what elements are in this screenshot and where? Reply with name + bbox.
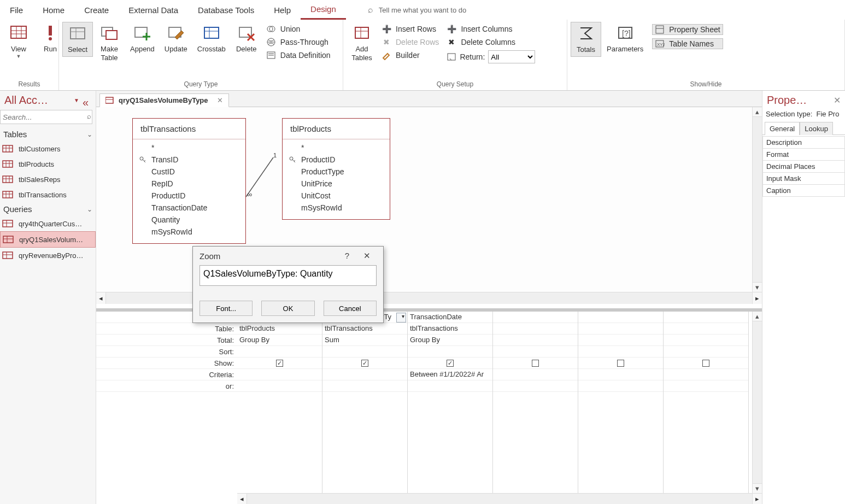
grid-cell-or[interactable] — [493, 380, 578, 392]
nav-pane-title[interactable]: All Acc… — [4, 94, 48, 107]
close-icon[interactable]: ✕ — [357, 251, 377, 261]
table-field[interactable]: CustID — [138, 166, 240, 178]
builder-button[interactable]: Builder — [382, 50, 439, 60]
nav-item[interactable]: qryRevenueByPro… — [0, 248, 96, 263]
grid-cell-total[interactable] — [578, 335, 663, 346]
prop-tab-lookup[interactable]: Lookup — [800, 122, 833, 135]
checkbox[interactable]: ✓ — [361, 360, 368, 367]
totals-button[interactable]: Totals — [571, 22, 601, 57]
table-field[interactable]: Quantity — [138, 214, 240, 226]
vertical-scrollbar[interactable]: ▴ ▾ — [752, 107, 762, 292]
nav-search-input[interactable] — [0, 110, 92, 124]
nav-item[interactable]: qryQ1SalesVolum… — [0, 231, 96, 248]
tab-file[interactable]: File — [0, 1, 33, 19]
checkbox[interactable]: ✓ — [276, 360, 283, 367]
scroll-left-icon[interactable]: ◂ — [96, 292, 106, 304]
ok-button[interactable]: OK — [261, 301, 314, 316]
property-row[interactable]: Decimal Places — [762, 161, 845, 173]
grid-cell-field[interactable] — [493, 312, 578, 323]
grid-cell-or[interactable] — [322, 380, 407, 392]
tab-design[interactable]: Design — [301, 0, 346, 20]
grid-cell-or[interactable] — [408, 380, 492, 392]
grid-cell-total[interactable]: Group By — [237, 335, 322, 346]
checkbox[interactable] — [617, 360, 624, 367]
table-field[interactable]: * — [288, 142, 384, 154]
grid-cell-total[interactable] — [664, 335, 748, 346]
grid-column[interactable] — [578, 312, 664, 493]
help-icon[interactable]: ? — [337, 251, 357, 261]
scroll-up-icon[interactable]: ▴ — [753, 107, 762, 117]
grid-cell-field[interactable] — [664, 312, 748, 323]
tab-home[interactable]: Home — [33, 1, 74, 19]
nav-item[interactable]: tblCustomers — [0, 141, 96, 156]
crosstab-button[interactable]: Crosstab — [193, 22, 230, 56]
nav-item[interactable]: qry4thQuarterCus… — [0, 216, 96, 231]
table-field[interactable]: TransactionDate — [138, 202, 240, 214]
zoom-textarea[interactable] — [199, 265, 377, 286]
nav-category[interactable]: Tables⌄ — [0, 127, 96, 141]
table-field[interactable]: UnitPrice — [288, 178, 384, 190]
nav-item[interactable]: tblProducts — [0, 156, 96, 172]
grid-cell-table[interactable] — [664, 323, 748, 335]
grid-cell-sort[interactable] — [664, 346, 748, 358]
grid-cell-table[interactable] — [493, 323, 578, 335]
tab-create[interactable]: Create — [74, 1, 119, 19]
table-field[interactable]: ProductID — [288, 154, 384, 166]
grid-cell-show[interactable]: ✓ — [408, 358, 492, 369]
scroll-right-icon[interactable]: ▸ — [752, 292, 762, 304]
table-field[interactable]: mSysRowId — [288, 202, 384, 214]
font-button[interactable]: Font... — [199, 301, 253, 316]
scroll-up-icon[interactable]: ▴ — [753, 312, 762, 321]
grid-cell-sort[interactable] — [493, 346, 578, 358]
delete-query-button[interactable]: Delete — [231, 22, 262, 56]
grid-cell-field[interactable] — [578, 312, 663, 323]
grid-cell-table[interactable] — [578, 323, 663, 335]
search-icon[interactable]: ⌕ — [87, 112, 91, 120]
grid-cell-show[interactable] — [664, 358, 748, 369]
table-field[interactable]: * — [138, 142, 240, 154]
checkbox[interactable] — [532, 360, 539, 367]
grid-cell-criteria[interactable] — [664, 369, 748, 380]
prop-tab-general[interactable]: General — [765, 122, 800, 135]
grid-cell-or[interactable] — [578, 380, 663, 392]
grid-cell-show[interactable]: ✓ — [237, 358, 322, 369]
passthrough-button[interactable]: Pass-Through — [266, 37, 331, 47]
grid-cell-sort[interactable] — [322, 346, 407, 358]
grid-cell-criteria[interactable] — [578, 369, 663, 380]
nav-item[interactable]: tblTransactions — [0, 187, 96, 202]
return-select[interactable]: All — [488, 50, 535, 63]
grid-cell-or[interactable] — [664, 380, 748, 392]
grid-cell-sort[interactable] — [578, 346, 663, 358]
grid-cell-table[interactable]: tblTransactions — [322, 323, 407, 335]
grid-cell-table[interactable]: tblProducts — [237, 323, 322, 335]
grid-cell-table[interactable]: tblTransactions — [408, 323, 492, 335]
close-icon[interactable]: ✕ — [834, 95, 841, 106]
scroll-down-icon[interactable]: ▾ — [753, 282, 762, 292]
table-field[interactable]: ProductID — [138, 190, 240, 202]
table-field[interactable]: ProductType — [288, 166, 384, 178]
grid-cell-field[interactable]: TransactionDate — [408, 312, 492, 323]
grid-column[interactable] — [664, 312, 749, 493]
grid-cell-show[interactable] — [493, 358, 578, 369]
property-sheet-button[interactable]: Property Sheet — [652, 24, 723, 35]
nav-item[interactable]: tblSalesReps — [0, 172, 96, 187]
chevron-down-icon[interactable]: ▼ — [74, 97, 79, 103]
grid-cell-criteria[interactable] — [237, 369, 322, 380]
scroll-down-icon[interactable]: ▾ — [753, 483, 762, 493]
union-button[interactable]: Union — [266, 24, 331, 34]
tab-database-tools[interactable]: Database Tools — [188, 1, 264, 19]
tell-me-search[interactable]: ⌕ Tell me what you want to do — [368, 5, 466, 15]
table-field[interactable]: UnitCost — [288, 190, 384, 202]
make-table-button[interactable]: Make Table — [94, 22, 125, 64]
update-button[interactable]: Update — [160, 22, 192, 56]
grid-cell-criteria[interactable]: Between #1/1/2022# Ar — [408, 369, 492, 380]
property-row[interactable]: Description — [762, 136, 845, 149]
close-icon[interactable]: ✕ — [217, 96, 223, 104]
tab-external-data[interactable]: External Data — [119, 1, 188, 19]
property-row[interactable]: Format — [762, 149, 845, 161]
cancel-button[interactable]: Cancel — [324, 301, 377, 316]
nav-category[interactable]: Queries⌄ — [0, 202, 96, 216]
grid-cell-total[interactable]: Group By — [408, 335, 492, 346]
grid-column[interactable] — [493, 312, 578, 493]
horizontal-scrollbar[interactable]: ◂ ▸ — [237, 493, 762, 504]
